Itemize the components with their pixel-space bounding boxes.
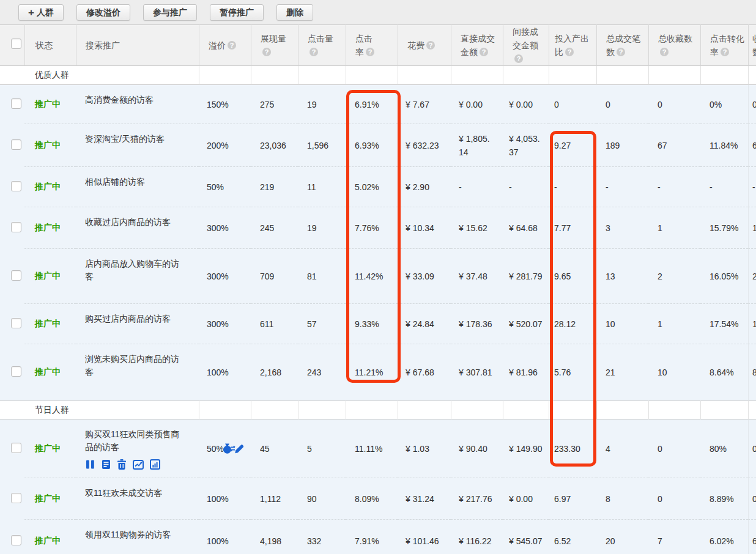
group-row-cell [251, 66, 298, 85]
add-audience-button[interactable]: +人群 [18, 4, 64, 21]
help-icon[interactable]: ? [565, 48, 574, 56]
cell-impressions: 275 [251, 85, 298, 124]
cell-total-favorites: - [648, 167, 700, 207]
checkbox-cell [0, 207, 24, 249]
cell-impressions: 709 [251, 249, 298, 304]
checkbox-cell [0, 249, 24, 304]
row-checkbox[interactable] [11, 493, 21, 503]
row-action-icons [85, 459, 185, 470]
cell-total-favorites: 2 [648, 249, 700, 304]
row-checkbox[interactable] [11, 366, 21, 377]
audience-name[interactable]: 领用双11购物券的访客 [76, 520, 199, 554]
cell-clipped: 1 [748, 207, 756, 249]
report-icon[interactable] [150, 459, 160, 470]
help-icon[interactable]: ? [262, 48, 271, 56]
col-header-total-favorites: 总收藏数? [648, 24, 700, 66]
cell-cost: ¥ 101.46 [398, 520, 451, 554]
audience-row-hovered: 推广中 购买双11狂欢同类预售商品的访客 50% [0, 419, 756, 478]
help-icon[interactable]: ? [660, 48, 669, 56]
cell-clicks: 19 [298, 207, 346, 249]
pause-promotion-button[interactable]: 暂停推广 [210, 4, 264, 21]
help-icon[interactable]: ? [480, 48, 488, 56]
cell-total-favorites: 0 [648, 478, 700, 520]
cell-direct-amount: ¥ 15.62 [451, 207, 503, 249]
audience-name[interactable]: 资深淘宝/天猫的访客 [76, 124, 199, 167]
cell-premium: 150% [199, 85, 251, 124]
cell-indirect-amount: - [503, 167, 549, 207]
row-checkbox[interactable] [11, 139, 21, 150]
audience-name[interactable]: 双11狂欢未成交访客 [76, 478, 199, 520]
cell-clicks: 11 [298, 167, 346, 207]
checkbox-cell [0, 167, 24, 207]
cell-clicks: 243 [298, 344, 346, 401]
cell-total-favorites: 7 [648, 520, 700, 554]
cell-direct-amount: - [451, 167, 503, 207]
col-header-clipped: 收数 [748, 24, 756, 66]
audience-row: 推广中 浏览未购买店内商品的访客 100% 2,168 243 11.21% ¥… [0, 344, 756, 401]
row-checkbox[interactable] [11, 222, 21, 232]
audience-name[interactable]: 购买双11狂欢同类预售商品的访客 [85, 428, 185, 454]
help-icon[interactable]: ? [366, 48, 374, 56]
cell-indirect-amount: ¥ 149.90 [503, 419, 549, 478]
cell-conversion-rate: 80% [700, 419, 748, 478]
group-row-cell [199, 401, 251, 419]
row-checkbox[interactable] [11, 443, 21, 453]
cell-conversion-rate: - [700, 167, 748, 207]
help-icon[interactable]: ? [309, 48, 318, 56]
cell-cost: ¥ 67.68 [398, 344, 451, 401]
cell-roi: 28.12 [549, 304, 596, 344]
help-icon[interactable]: ? [721, 48, 729, 56]
cell-ctr: 7.76% [346, 207, 398, 249]
group-row-cell [398, 401, 451, 419]
pause-icon[interactable] [85, 459, 95, 470]
cell-impressions: 219 [251, 167, 298, 207]
audience-name[interactable]: 高消费金额的访客 [76, 85, 199, 124]
cell-total-orders: 10 [596, 304, 648, 344]
cell-conversion-rate: 8.89% [700, 478, 748, 520]
status-label: 推广中 [24, 124, 76, 167]
edit-pencil-icon[interactable] [234, 443, 245, 454]
audience-name[interactable]: 购买过店内商品的访客 [76, 304, 199, 344]
trend-chart-icon[interactable] [133, 460, 144, 470]
delete-icon[interactable] [117, 459, 127, 470]
cell-total-favorites: 0 [648, 419, 700, 478]
cell-cost: ¥ 24.84 [398, 304, 451, 344]
audience-name[interactable]: 收藏过店内商品的访客 [76, 207, 199, 249]
select-all-checkbox[interactable] [11, 39, 21, 49]
help-icon[interactable]: ? [426, 41, 435, 50]
help-icon[interactable]: ? [514, 54, 523, 63]
cell-cost: ¥ 10.34 [398, 207, 451, 249]
audience-name[interactable]: 相似店铺的访客 [76, 167, 199, 207]
checkbox-cell [0, 124, 24, 167]
audience-row: 推广中 资深淘宝/天猫的访客 200% 23,036 1,596 6.93% ¥… [0, 124, 756, 167]
cell-total-orders: 189 [596, 124, 648, 167]
row-checkbox[interactable] [11, 98, 21, 109]
cell-ctr: 6.93% [346, 124, 398, 167]
cell-total-favorites: 10 [648, 344, 700, 401]
group-row-cell [596, 401, 648, 419]
group-row-cell [648, 401, 700, 419]
row-checkbox[interactable] [11, 270, 21, 281]
table-header-row: 状态 搜索推广 溢价? 展现量? 点击量? 点击率? 花费? 直接成交金额? 间… [0, 24, 756, 66]
log-icon[interactable] [102, 459, 111, 470]
join-promotion-button[interactable]: 参与推广 [143, 4, 197, 21]
delete-button[interactable]: 删除 [276, 4, 313, 21]
audience-name[interactable]: 浏览未购买店内商品的访客 [76, 344, 199, 401]
group-row-cell [251, 401, 298, 419]
audience-table: 状态 搜索推广 溢价? 展现量? 点击量? 点击率? 花费? 直接成交金额? 间… [0, 24, 756, 554]
help-icon[interactable]: ? [617, 48, 625, 56]
modify-premium-button[interactable]: 修改溢价 [76, 4, 130, 21]
row-checkbox[interactable] [11, 535, 21, 545]
help-icon[interactable]: ? [228, 41, 236, 50]
cell-ctr: 11.21% [346, 344, 398, 401]
row-checkbox[interactable] [11, 181, 21, 191]
money-bag-icon[interactable] [223, 443, 235, 454]
cell-premium: 100% [199, 344, 251, 401]
checkbox-cell [0, 520, 24, 554]
audience-name[interactable]: 店内商品放入购物车的访客 [76, 249, 199, 304]
premium-value: 50% [207, 444, 224, 454]
cell-direct-amount: ¥ 1,805.14 [451, 124, 503, 167]
cell-clicks: 90 [298, 478, 346, 520]
cell-clipped: 8 [748, 344, 756, 401]
row-checkbox[interactable] [11, 318, 21, 328]
